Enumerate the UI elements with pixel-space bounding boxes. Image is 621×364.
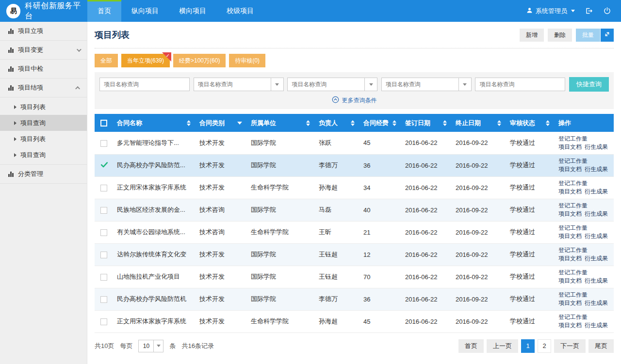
col-status: 审核状态 <box>510 119 535 127</box>
sign-date: 2016-06-22 <box>405 273 438 281</box>
sort-icon[interactable] <box>351 120 355 126</box>
derived-results-link[interactable]: 衍生成果 <box>585 165 608 174</box>
filter-funds-over-100[interactable]: 经费>100万(60) <box>173 54 226 67</box>
select-arrow-icon[interactable] <box>458 78 471 91</box>
table-row[interactable]: 民族地区经济发展的金... 技术咨询 国际学院 马磊 40 2016-06-22… <box>95 199 614 221</box>
row-checkbox[interactable] <box>100 274 107 281</box>
search-select-2-input[interactable] <box>288 81 364 88</box>
register-workload-link[interactable]: 登记工作量 <box>558 269 588 277</box>
last-page-button[interactable]: 尾页 <box>588 339 614 353</box>
nav-horizontal-projects[interactable]: 横向项目 <box>169 0 216 22</box>
sidebar-subitem-project-list-2[interactable]: 项目列表 <box>0 131 87 147</box>
sidebar-item-project-change[interactable]: 项目变更 <box>0 41 87 60</box>
power-icon[interactable] <box>603 7 611 15</box>
table-row[interactable]: 山地拖拉机产业化项目 技术开发 国际学院 王钰超 70 2016-06-22 2… <box>95 266 614 288</box>
derived-results-link[interactable]: 衍生成果 <box>585 254 608 263</box>
derived-results-link[interactable]: 衍生成果 <box>585 143 608 151</box>
project-docs-link[interactable]: 项目文档 <box>558 188 582 196</box>
expand-button[interactable] <box>601 29 614 42</box>
derived-results-link[interactable]: 衍生成果 <box>585 321 608 330</box>
prev-page-button[interactable]: 上一页 <box>487 339 518 353</box>
register-workload-link[interactable]: 登记工作量 <box>558 224 588 232</box>
derived-results-link[interactable]: 衍生成果 <box>585 188 608 196</box>
next-page-button[interactable]: 下一页 <box>554 339 586 353</box>
nav-vertical-projects[interactable]: 纵向项目 <box>121 0 169 22</box>
sort-icon[interactable] <box>546 120 550 126</box>
project-docs-link[interactable]: 项目文档 <box>558 321 582 330</box>
derived-results-link[interactable]: 衍生成果 <box>585 299 608 307</box>
register-workload-link[interactable]: 登记工作量 <box>558 202 588 210</box>
logout-icon[interactable] <box>585 7 593 15</box>
more-conditions-link[interactable]: 更多查询条件 <box>99 96 609 105</box>
filter-current-year[interactable]: 当年立项(639) ✓ <box>121 54 170 67</box>
derived-results-link[interactable]: 衍生成果 <box>585 210 608 218</box>
per-page-select[interactable]: 10 <box>138 340 163 352</box>
derived-results-link[interactable]: 衍生成果 <box>585 232 608 240</box>
select-arrow-icon[interactable] <box>364 78 377 91</box>
sidebar-subitem-project-query-2[interactable]: 项目查询 <box>0 147 87 163</box>
row-checkbox[interactable] <box>100 185 107 191</box>
person: 王钰超 <box>319 251 338 258</box>
table-row[interactable]: 有关城市公园绿地系统... 技术咨询 生命科学学院 王昕 21 2016-06-… <box>95 221 614 243</box>
contract-name: 山地拖拉机产业化项目 <box>117 273 180 280</box>
register-workload-link[interactable]: 登记工作量 <box>558 313 588 321</box>
nav-home[interactable]: 首页 <box>87 0 121 22</box>
quick-search-button[interactable]: 快捷查询 <box>569 77 609 92</box>
row-checkbox[interactable] <box>100 229 107 236</box>
selected-check-icon[interactable] <box>100 162 108 169</box>
sort-icon[interactable] <box>497 120 501 126</box>
project-docs-link[interactable]: 项目文档 <box>558 232 582 240</box>
project-docs-link[interactable]: 项目文档 <box>558 277 582 285</box>
project-docs-link[interactable]: 项目文档 <box>558 254 582 263</box>
table-row-selected[interactable]: 民办高校办学风险防范... 技术开发 国际学院 李德万 36 2016-06-2… <box>95 154 614 176</box>
project-docs-link[interactable]: 项目文档 <box>558 299 582 307</box>
add-button[interactable]: 新增 <box>520 29 544 42</box>
project-docs-link[interactable]: 项目文档 <box>558 165 582 174</box>
first-page-button[interactable]: 首页 <box>458 339 484 353</box>
row-checkbox[interactable] <box>100 207 107 214</box>
filter-pending-review[interactable]: 待审核(0) <box>229 54 265 67</box>
row-checkbox[interactable] <box>100 296 107 303</box>
table-row[interactable]: 多元智能理论指导下... 技术开发 国际学院 张跃 45 2016-06-22 … <box>95 132 614 154</box>
sort-icon[interactable] <box>392 120 396 126</box>
select-arrow-icon[interactable] <box>271 78 283 91</box>
register-workload-link[interactable]: 登记工作量 <box>558 179 588 188</box>
register-workload-link[interactable]: 登记工作量 <box>558 246 588 254</box>
search-select-1-input[interactable] <box>194 81 271 88</box>
table-row[interactable]: 达斡尔族传统体育文化变 技术开发 国际学院 王钰超 12 2016-06-22 … <box>95 243 614 266</box>
row-checkbox[interactable] <box>100 252 107 258</box>
filter-all[interactable]: 全部 <box>95 54 118 67</box>
register-workload-link[interactable]: 登记工作量 <box>558 135 588 143</box>
sidebar-item-category-management[interactable]: 分类管理 <box>0 165 87 184</box>
register-workload-link[interactable]: 登记工作量 <box>558 157 588 165</box>
table-row[interactable]: 正文用宋体家族字库系统 技术开发 生命科学学院 孙海超 45 2016-06-2… <box>95 310 614 332</box>
sort-icon[interactable] <box>306 120 310 126</box>
batch-button[interactable]: 批量 <box>576 29 600 42</box>
row-checkbox[interactable] <box>100 140 107 147</box>
sort-icon[interactable] <box>187 120 191 126</box>
sidebar-item-project-initiation[interactable]: 项目立项 <box>0 22 87 41</box>
sort-icon[interactable] <box>443 120 447 126</box>
page-1-button[interactable]: 1 <box>521 339 535 353</box>
user-menu[interactable]: 系统管理员 <box>526 7 575 16</box>
nav-school-projects[interactable]: 校级项目 <box>216 0 264 22</box>
sidebar-item-project-midcheck[interactable]: 项目中检 <box>0 60 87 79</box>
project-docs-link[interactable]: 项目文档 <box>558 143 582 151</box>
project-docs-link[interactable]: 项目文档 <box>558 210 582 218</box>
table-row[interactable]: 民办高校办学风险防范机 技术开发 国际学院 李德万 36 2016-06-22 … <box>95 288 614 310</box>
search-select-3-input[interactable] <box>382 81 458 88</box>
derived-results-link[interactable]: 衍生成果 <box>585 277 608 285</box>
row-checkbox[interactable] <box>100 318 107 325</box>
search-input-2[interactable] <box>475 78 565 91</box>
sidebar-subitem-project-query-1[interactable]: 项目查询 <box>0 115 87 131</box>
page-2-button[interactable]: 2 <box>538 339 551 353</box>
delete-button[interactable]: 删除 <box>548 29 572 42</box>
sidebar-subitem-project-list-1[interactable]: 项目列表 <box>0 99 87 115</box>
register-workload-link[interactable]: 登记工作量 <box>558 291 588 299</box>
select-all-checkbox[interactable] <box>100 120 107 127</box>
sidebar-item-project-closing[interactable]: 项目结项 <box>0 79 87 97</box>
search-input-1[interactable] <box>99 78 190 91</box>
chevron-down-icon <box>77 47 82 52</box>
column-dropdown-icon[interactable] <box>237 122 242 125</box>
table-row[interactable]: 正文用宋体家族字库系统 技术开发 生命科学学院 孙海超 34 2016-06-2… <box>95 176 614 199</box>
